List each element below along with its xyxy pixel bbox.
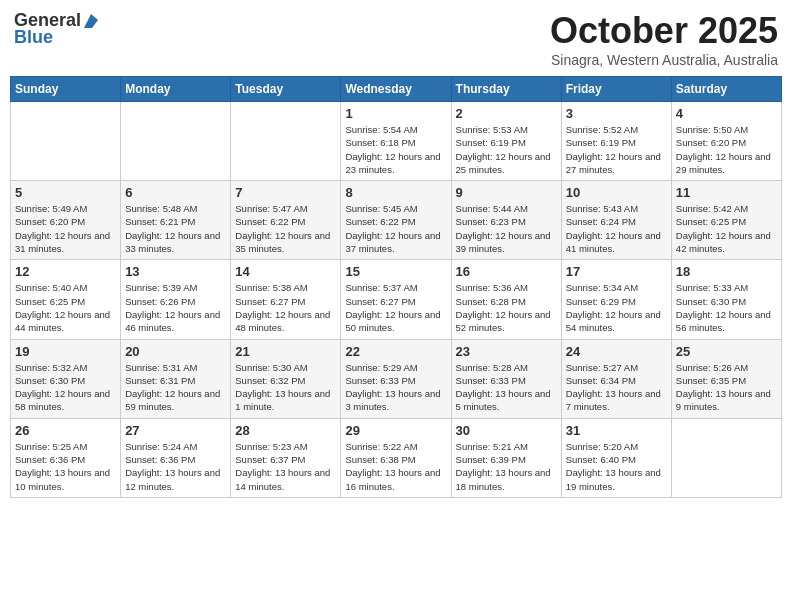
day-number: 2	[456, 106, 557, 121]
calendar-cell: 18Sunrise: 5:33 AM Sunset: 6:30 PM Dayli…	[671, 260, 781, 339]
day-info: Sunrise: 5:21 AM Sunset: 6:39 PM Dayligh…	[456, 440, 557, 493]
calendar-cell	[671, 418, 781, 497]
day-number: 8	[345, 185, 446, 200]
day-info: Sunrise: 5:28 AM Sunset: 6:33 PM Dayligh…	[456, 361, 557, 414]
calendar-cell: 11Sunrise: 5:42 AM Sunset: 6:25 PM Dayli…	[671, 181, 781, 260]
calendar-cell: 8Sunrise: 5:45 AM Sunset: 6:22 PM Daylig…	[341, 181, 451, 260]
calendar-cell: 13Sunrise: 5:39 AM Sunset: 6:26 PM Dayli…	[121, 260, 231, 339]
calendar-cell: 24Sunrise: 5:27 AM Sunset: 6:34 PM Dayli…	[561, 339, 671, 418]
day-info: Sunrise: 5:24 AM Sunset: 6:36 PM Dayligh…	[125, 440, 226, 493]
day-info: Sunrise: 5:22 AM Sunset: 6:38 PM Dayligh…	[345, 440, 446, 493]
day-number: 4	[676, 106, 777, 121]
calendar-cell: 28Sunrise: 5:23 AM Sunset: 6:37 PM Dayli…	[231, 418, 341, 497]
calendar-cell: 6Sunrise: 5:48 AM Sunset: 6:21 PM Daylig…	[121, 181, 231, 260]
day-info: Sunrise: 5:30 AM Sunset: 6:32 PM Dayligh…	[235, 361, 336, 414]
day-number: 12	[15, 264, 116, 279]
calendar-cell: 4Sunrise: 5:50 AM Sunset: 6:20 PM Daylig…	[671, 102, 781, 181]
calendar-cell: 27Sunrise: 5:24 AM Sunset: 6:36 PM Dayli…	[121, 418, 231, 497]
title-area: October 2025 Sinagra, Western Australia,…	[550, 10, 778, 68]
day-info: Sunrise: 5:37 AM Sunset: 6:27 PM Dayligh…	[345, 281, 446, 334]
day-info: Sunrise: 5:50 AM Sunset: 6:20 PM Dayligh…	[676, 123, 777, 176]
day-info: Sunrise: 5:29 AM Sunset: 6:33 PM Dayligh…	[345, 361, 446, 414]
calendar-cell: 7Sunrise: 5:47 AM Sunset: 6:22 PM Daylig…	[231, 181, 341, 260]
location-title: Sinagra, Western Australia, Australia	[550, 52, 778, 68]
weekday-header-thursday: Thursday	[451, 77, 561, 102]
calendar-cell: 22Sunrise: 5:29 AM Sunset: 6:33 PM Dayli…	[341, 339, 451, 418]
day-info: Sunrise: 5:33 AM Sunset: 6:30 PM Dayligh…	[676, 281, 777, 334]
weekday-header-sunday: Sunday	[11, 77, 121, 102]
calendar-cell	[11, 102, 121, 181]
calendar-week-row: 12Sunrise: 5:40 AM Sunset: 6:25 PM Dayli…	[11, 260, 782, 339]
day-number: 14	[235, 264, 336, 279]
day-info: Sunrise: 5:31 AM Sunset: 6:31 PM Dayligh…	[125, 361, 226, 414]
calendar-cell: 10Sunrise: 5:43 AM Sunset: 6:24 PM Dayli…	[561, 181, 671, 260]
calendar-week-row: 19Sunrise: 5:32 AM Sunset: 6:30 PM Dayli…	[11, 339, 782, 418]
day-number: 16	[456, 264, 557, 279]
day-number: 1	[345, 106, 446, 121]
day-number: 25	[676, 344, 777, 359]
weekday-header-saturday: Saturday	[671, 77, 781, 102]
calendar-cell: 9Sunrise: 5:44 AM Sunset: 6:23 PM Daylig…	[451, 181, 561, 260]
day-info: Sunrise: 5:52 AM Sunset: 6:19 PM Dayligh…	[566, 123, 667, 176]
day-info: Sunrise: 5:43 AM Sunset: 6:24 PM Dayligh…	[566, 202, 667, 255]
day-number: 22	[345, 344, 446, 359]
day-number: 9	[456, 185, 557, 200]
day-info: Sunrise: 5:38 AM Sunset: 6:27 PM Dayligh…	[235, 281, 336, 334]
day-number: 26	[15, 423, 116, 438]
day-number: 7	[235, 185, 336, 200]
weekday-header-friday: Friday	[561, 77, 671, 102]
calendar-week-row: 5Sunrise: 5:49 AM Sunset: 6:20 PM Daylig…	[11, 181, 782, 260]
logo-blue-text: Blue	[14, 27, 53, 48]
day-info: Sunrise: 5:39 AM Sunset: 6:26 PM Dayligh…	[125, 281, 226, 334]
calendar-cell: 20Sunrise: 5:31 AM Sunset: 6:31 PM Dayli…	[121, 339, 231, 418]
weekday-header-row: SundayMondayTuesdayWednesdayThursdayFrid…	[11, 77, 782, 102]
day-info: Sunrise: 5:26 AM Sunset: 6:35 PM Dayligh…	[676, 361, 777, 414]
day-number: 20	[125, 344, 226, 359]
calendar-cell: 5Sunrise: 5:49 AM Sunset: 6:20 PM Daylig…	[11, 181, 121, 260]
day-info: Sunrise: 5:23 AM Sunset: 6:37 PM Dayligh…	[235, 440, 336, 493]
calendar-week-row: 26Sunrise: 5:25 AM Sunset: 6:36 PM Dayli…	[11, 418, 782, 497]
calendar-cell: 31Sunrise: 5:20 AM Sunset: 6:40 PM Dayli…	[561, 418, 671, 497]
day-number: 10	[566, 185, 667, 200]
day-number: 27	[125, 423, 226, 438]
weekday-header-wednesday: Wednesday	[341, 77, 451, 102]
day-number: 23	[456, 344, 557, 359]
day-info: Sunrise: 5:32 AM Sunset: 6:30 PM Dayligh…	[15, 361, 116, 414]
day-number: 28	[235, 423, 336, 438]
calendar-cell: 30Sunrise: 5:21 AM Sunset: 6:39 PM Dayli…	[451, 418, 561, 497]
calendar-cell: 12Sunrise: 5:40 AM Sunset: 6:25 PM Dayli…	[11, 260, 121, 339]
month-title: October 2025	[550, 10, 778, 52]
day-info: Sunrise: 5:40 AM Sunset: 6:25 PM Dayligh…	[15, 281, 116, 334]
day-info: Sunrise: 5:20 AM Sunset: 6:40 PM Dayligh…	[566, 440, 667, 493]
day-number: 19	[15, 344, 116, 359]
day-info: Sunrise: 5:36 AM Sunset: 6:28 PM Dayligh…	[456, 281, 557, 334]
day-number: 15	[345, 264, 446, 279]
calendar-table: SundayMondayTuesdayWednesdayThursdayFrid…	[10, 76, 782, 498]
weekday-header-tuesday: Tuesday	[231, 77, 341, 102]
calendar-cell: 23Sunrise: 5:28 AM Sunset: 6:33 PM Dayli…	[451, 339, 561, 418]
calendar-cell: 2Sunrise: 5:53 AM Sunset: 6:19 PM Daylig…	[451, 102, 561, 181]
weekday-header-monday: Monday	[121, 77, 231, 102]
calendar-cell: 1Sunrise: 5:54 AM Sunset: 6:18 PM Daylig…	[341, 102, 451, 181]
day-number: 6	[125, 185, 226, 200]
calendar-cell: 29Sunrise: 5:22 AM Sunset: 6:38 PM Dayli…	[341, 418, 451, 497]
logo-icon	[82, 12, 100, 30]
day-number: 11	[676, 185, 777, 200]
calendar-cell	[121, 102, 231, 181]
day-info: Sunrise: 5:25 AM Sunset: 6:36 PM Dayligh…	[15, 440, 116, 493]
day-info: Sunrise: 5:54 AM Sunset: 6:18 PM Dayligh…	[345, 123, 446, 176]
day-info: Sunrise: 5:53 AM Sunset: 6:19 PM Dayligh…	[456, 123, 557, 176]
calendar-cell: 3Sunrise: 5:52 AM Sunset: 6:19 PM Daylig…	[561, 102, 671, 181]
calendar-cell: 19Sunrise: 5:32 AM Sunset: 6:30 PM Dayli…	[11, 339, 121, 418]
day-info: Sunrise: 5:47 AM Sunset: 6:22 PM Dayligh…	[235, 202, 336, 255]
calendar-cell: 17Sunrise: 5:34 AM Sunset: 6:29 PM Dayli…	[561, 260, 671, 339]
calendar-cell: 15Sunrise: 5:37 AM Sunset: 6:27 PM Dayli…	[341, 260, 451, 339]
day-info: Sunrise: 5:42 AM Sunset: 6:25 PM Dayligh…	[676, 202, 777, 255]
day-number: 29	[345, 423, 446, 438]
calendar-cell: 14Sunrise: 5:38 AM Sunset: 6:27 PM Dayli…	[231, 260, 341, 339]
calendar-cell: 25Sunrise: 5:26 AM Sunset: 6:35 PM Dayli…	[671, 339, 781, 418]
day-number: 13	[125, 264, 226, 279]
calendar-week-row: 1Sunrise: 5:54 AM Sunset: 6:18 PM Daylig…	[11, 102, 782, 181]
logo: General Blue	[14, 10, 100, 48]
svg-marker-0	[84, 14, 98, 28]
